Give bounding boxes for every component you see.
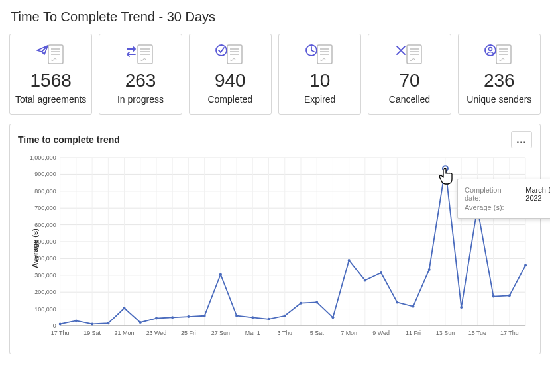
card-label: Total agreements [14,94,87,105]
svg-point-27 [489,48,492,51]
card-value: 70 [372,70,446,91]
svg-point-106 [219,273,222,276]
svg-point-126 [443,166,448,171]
svg-text:9 Wed: 9 Wed [372,330,390,336]
send-icon [14,41,87,68]
svg-text:700,000: 700,000 [34,205,56,211]
svg-text:1,000,000: 1,000,000 [30,154,56,161]
svg-text:5 Sat: 5 Sat [310,330,324,336]
svg-point-105 [203,315,206,317]
svg-text:25 Fri: 25 Fri [181,330,196,336]
card-value: 236 [463,70,536,91]
svg-text:19 Sat: 19 Sat [83,330,101,336]
svg-point-113 [331,316,334,318]
svg-text:17 Thu: 17 Thu [51,330,70,336]
svg-point-99 [107,322,109,324]
svg-point-108 [251,316,254,318]
check-icon [193,41,267,68]
x-icon [372,41,446,68]
summary-cards: 1568 Total agreements 263 In progress [9,34,541,115]
svg-point-98 [91,322,93,325]
svg-text:800,000: 800,000 [34,188,56,195]
card-expired[interactable]: 10 Expired [278,34,361,115]
card-in-progress[interactable]: 263 In progress [99,34,182,115]
svg-text:15 Tue: 15 Tue [468,330,486,336]
svg-text:900,000: 900,000 [34,171,56,177]
chart-tooltip: Completion date: March 12, 2022 Average … [457,179,550,219]
svg-point-119 [428,268,431,271]
card-label: Completed [193,94,267,105]
svg-point-111 [300,302,302,305]
chart-plot-area[interactable]: Average (s) 0100,000200,000300,000400,00… [18,152,532,344]
tooltip-val-date: March 12, 2022 [525,186,550,202]
svg-point-12 [216,45,227,56]
svg-point-109 [268,318,270,320]
svg-text:7 Mon: 7 Mon [341,330,357,336]
card-value: 10 [283,70,357,91]
user-icon [463,41,536,68]
chart-more-button[interactable]: … [511,131,532,148]
svg-text:200,000: 200,000 [34,289,56,295]
card-unique-senders[interactable]: 236 Unique senders [458,34,541,115]
card-completed[interactable]: 940 Completed [189,34,272,115]
card-label: Cancelled [372,94,446,105]
card-value: 940 [193,70,267,91]
svg-text:27 Sun: 27 Sun [211,330,230,336]
svg-point-107 [235,315,238,317]
svg-point-117 [396,301,398,303]
svg-text:11 Fri: 11 Fri [406,330,421,336]
svg-point-121 [460,306,463,309]
svg-point-123 [492,295,495,298]
svg-point-114 [348,259,351,262]
card-value: 263 [103,70,177,91]
svg-point-118 [412,305,415,308]
svg-text:Mar 1: Mar 1 [245,330,260,336]
card-label: Unique senders [463,94,536,105]
svg-point-110 [284,315,286,317]
svg-point-96 [59,322,62,325]
svg-point-116 [380,271,382,274]
chart-y-axis-label: Average (s) [31,228,39,268]
svg-point-115 [364,279,366,281]
svg-point-101 [139,321,142,324]
page-title: Time To Complete Trend - 30 Days [11,9,541,24]
card-total-agreements[interactable]: 1568 Total agreements [9,34,92,115]
svg-text:100,000: 100,000 [34,306,56,313]
svg-text:17 Thu: 17 Thu [500,330,519,336]
svg-text:0: 0 [53,322,56,329]
card-value: 1568 [14,70,87,91]
svg-point-125 [524,264,527,267]
svg-point-102 [155,317,158,320]
svg-point-112 [315,301,318,303]
clock-icon [283,41,357,68]
svg-text:3 Thu: 3 Thu [277,330,292,336]
tooltip-key-avg: Average (s): [465,203,504,211]
card-label: Expired [283,94,357,105]
card-label: In progress [103,94,177,105]
chart-panel: Time to complete trend … Average (s) 010… [9,124,541,354]
svg-text:600,000: 600,000 [34,222,56,228]
card-cancelled[interactable]: 70 Cancelled [368,34,451,115]
svg-point-104 [187,315,190,318]
chart-title: Time to complete trend [18,134,120,145]
swap-icon [103,41,177,68]
svg-text:23 Wed: 23 Wed [146,330,167,336]
svg-point-100 [123,307,126,309]
svg-text:300,000: 300,000 [34,272,56,279]
svg-text:21 Mon: 21 Mon [115,330,135,336]
svg-point-124 [508,294,511,297]
svg-point-103 [171,316,174,318]
tooltip-key-date: Completion date: [465,186,519,202]
svg-point-97 [75,319,78,322]
svg-text:13 Sun: 13 Sun [436,330,455,336]
